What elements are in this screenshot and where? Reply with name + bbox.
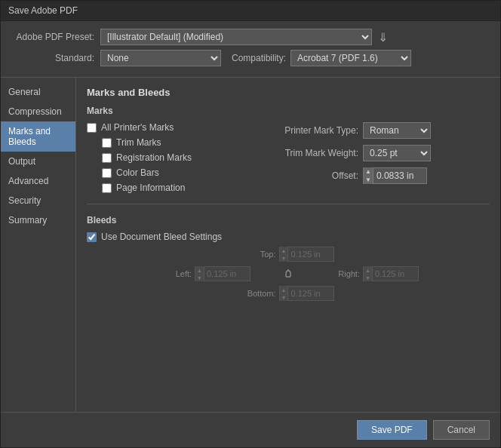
dialog-title: Save Adobe PDF xyxy=(8,5,78,16)
bleed-middle-row: Left: ▲ ▼ xyxy=(87,266,490,281)
bleed-right-down: ▼ xyxy=(364,274,372,281)
marks-options: Printer Mark Type: Roman Japanese Trim M… xyxy=(268,122,490,198)
offset-up-arrow[interactable]: ▲ xyxy=(364,167,373,176)
cancel-button[interactable]: Cancel xyxy=(433,420,490,440)
registration-marks-row: Registration Marks xyxy=(102,152,260,163)
use-doc-bleed-row: Use Document Bleed Settings xyxy=(87,232,490,242)
all-printers-marks-checkbox[interactable] xyxy=(87,123,97,133)
bleed-top-field: Top: ▲ ▼ xyxy=(242,247,335,262)
compatibility-label: Compatibility: xyxy=(232,53,286,63)
page-information-label: Page Information xyxy=(116,183,185,193)
trim-mark-weight-row: Trim Mark Weight: 0.125 pt 0.25 pt 0.50 … xyxy=(268,145,490,161)
preset-row: Adobe PDF Preset: [Illustrator Default] … xyxy=(11,29,490,45)
offset-spinner: ▲ ▼ xyxy=(363,167,427,184)
bleed-right-input xyxy=(373,269,418,278)
sidebar-item-advanced[interactable]: Advanced xyxy=(1,171,75,191)
offset-spinner-arrows: ▲ ▼ xyxy=(364,167,373,184)
sidebar-item-compression[interactable]: Compression xyxy=(1,102,75,121)
bleed-top-arrows: ▲ ▼ xyxy=(280,247,289,262)
bleed-bottom-spinner: ▲ ▼ xyxy=(279,286,335,301)
bleed-top-up: ▲ xyxy=(280,247,288,254)
bleed-left-spinner: ▲ ▼ xyxy=(195,266,250,281)
bleed-left-arrows: ▲ ▼ xyxy=(195,266,204,281)
bleed-right-arrows: ▲ ▼ xyxy=(364,266,373,281)
registration-marks-checkbox[interactable] xyxy=(102,153,112,163)
use-doc-bleed-checkbox[interactable] xyxy=(87,232,97,242)
color-bars-row: Color Bars xyxy=(102,167,260,178)
content-area: Marks and Bleeds Marks All Printer's Mar… xyxy=(76,78,500,412)
trim-marks-checkbox[interactable] xyxy=(102,138,112,148)
bleeds-subsection-title: Bleeds xyxy=(87,215,490,226)
standard-compat-row: Standard: None PDF/X-1a:2001 PDF/X-3:200… xyxy=(11,50,490,66)
standard-label: Standard: xyxy=(11,53,94,63)
offset-row: Offset: ▲ ▼ xyxy=(268,167,490,184)
bleed-bottom-input xyxy=(288,289,333,298)
trim-marks-label: Trim Marks xyxy=(116,137,161,148)
download-icon[interactable]: ⇓ xyxy=(378,30,388,44)
title-bar: Save Adobe PDF xyxy=(1,1,500,21)
preset-label: Adobe PDF Preset: xyxy=(11,32,94,42)
bleed-right-spinner: ▲ ▼ xyxy=(363,266,419,281)
offset-label: Offset: xyxy=(268,170,358,181)
bleed-top-input xyxy=(288,250,333,259)
bleed-left-down: ▼ xyxy=(195,274,204,281)
bleed-bottom-label: Bottom: xyxy=(242,289,276,298)
sidebar-item-output[interactable]: Output xyxy=(1,152,75,171)
bleed-top-spinner: ▲ ▼ xyxy=(279,247,335,262)
printer-mark-type-label: Printer Mark Type: xyxy=(268,125,358,136)
marks-bleeds-divider xyxy=(87,204,490,204)
standard-select[interactable]: None PDF/X-1a:2001 PDF/X-3:2002 PDF/X-4:… xyxy=(100,50,221,66)
footer: Save PDF Cancel xyxy=(1,412,500,447)
bleed-bottom-arrows: ▲ ▼ xyxy=(280,286,289,301)
color-bars-checkbox[interactable] xyxy=(102,168,112,178)
link-icon xyxy=(281,266,296,281)
bleed-left-input xyxy=(204,269,250,278)
sidebar-item-summary[interactable]: Summary xyxy=(1,210,75,230)
bleed-bottom-down: ▼ xyxy=(280,293,288,301)
marks-subsection-title: Marks xyxy=(87,106,490,116)
registration-marks-label: Registration Marks xyxy=(116,152,192,163)
marks-layout: All Printer's Marks Trim Marks Registrat… xyxy=(87,122,490,198)
save-pdf-dialog: Save Adobe PDF Adobe PDF Preset: [Illust… xyxy=(0,0,501,448)
trim-mark-weight-select[interactable]: 0.125 pt 0.25 pt 0.50 pt 1.0 pt xyxy=(363,145,431,161)
trim-mark-weight-label: Trim Mark Weight: xyxy=(268,148,358,158)
page-information-row: Page Information xyxy=(102,183,260,193)
color-bars-label: Color Bars xyxy=(116,167,159,178)
bleed-bottom-field: Bottom: ▲ ▼ xyxy=(242,286,335,301)
bleed-top-down: ▼ xyxy=(280,254,288,262)
bleed-top-row: Top: ▲ ▼ xyxy=(87,247,490,262)
bleed-left-up: ▲ xyxy=(195,266,204,274)
bleed-right-label: Right: xyxy=(326,269,360,278)
use-doc-bleed-label: Use Document Bleed Settings xyxy=(101,232,222,242)
bleed-left-label: Left: xyxy=(158,269,192,278)
bleed-bottom-row: Bottom: ▲ ▼ xyxy=(87,286,490,301)
all-printers-marks-label: All Printer's Marks xyxy=(101,122,174,133)
sidebar-item-marks-and-bleeds[interactable]: Marks and Bleeds xyxy=(1,121,75,152)
trim-marks-row: Trim Marks xyxy=(102,137,260,148)
sidebar: General Compression Marks and Bleeds Out… xyxy=(1,78,76,412)
save-pdf-button[interactable]: Save PDF xyxy=(357,420,427,440)
offset-input[interactable] xyxy=(373,170,426,181)
page-information-checkbox[interactable] xyxy=(102,183,112,193)
sidebar-item-security[interactable]: Security xyxy=(1,191,75,210)
printer-mark-type-select[interactable]: Roman Japanese xyxy=(363,122,431,139)
main-area: General Compression Marks and Bleeds Out… xyxy=(1,78,500,412)
bleed-left-field: Left: ▲ ▼ xyxy=(158,266,250,281)
sidebar-item-general[interactable]: General xyxy=(1,82,75,102)
top-controls: Adobe PDF Preset: [Illustrator Default] … xyxy=(1,21,500,78)
compatibility-select[interactable]: Acrobat 4 (PDF 1.3) Acrobat 5 (PDF 1.4) … xyxy=(290,50,411,66)
bleed-bottom-up: ▲ xyxy=(280,286,288,293)
offset-down-arrow[interactable]: ▼ xyxy=(364,176,373,184)
bleeds-section: Bleeds Use Document Bleed Settings Top: … xyxy=(87,215,490,301)
all-printers-marks-row: All Printer's Marks xyxy=(87,122,260,133)
bleed-top-label: Top: xyxy=(242,250,276,259)
section-title: Marks and Bleeds xyxy=(87,87,490,98)
preset-select[interactable]: [Illustrator Default] (Modified) xyxy=(100,29,372,45)
bleed-fields-layout: Top: ▲ ▼ xyxy=(87,247,490,301)
printer-mark-type-row: Printer Mark Type: Roman Japanese xyxy=(268,122,490,139)
bleed-right-field: Right: ▲ ▼ xyxy=(326,266,419,281)
bleed-right-up: ▲ xyxy=(364,266,372,274)
marks-checkboxes: All Printer's Marks Trim Marks Registrat… xyxy=(87,122,260,198)
